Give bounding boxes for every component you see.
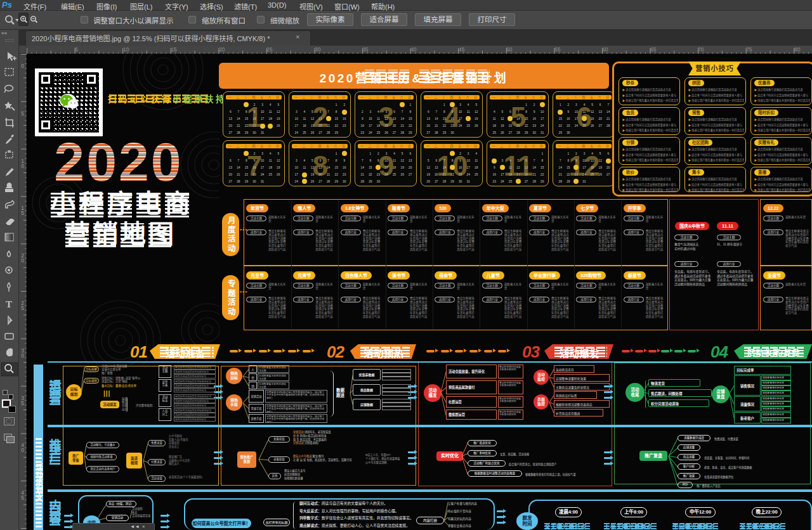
svg-text:T: T <box>6 299 12 309</box>
